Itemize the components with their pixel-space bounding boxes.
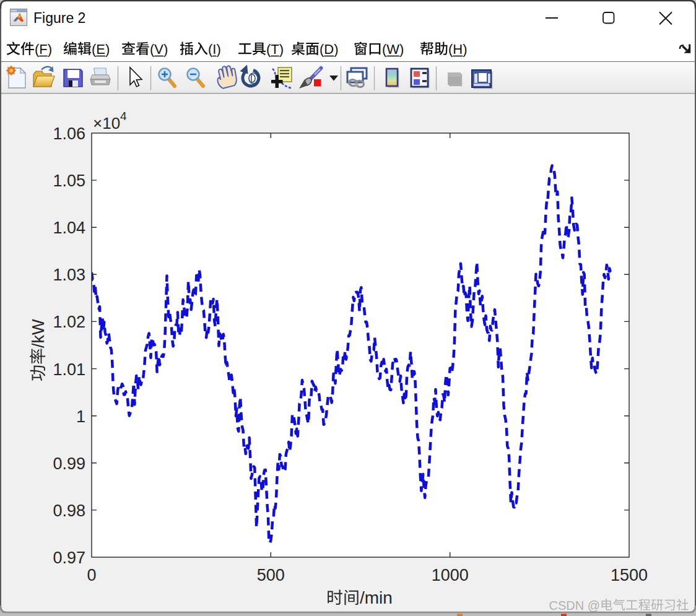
svg-text:4: 4: [120, 110, 127, 123]
svg-text:1.04: 1.04: [53, 219, 85, 237]
svg-text:1.02: 1.02: [53, 313, 85, 331]
svg-text:1.01: 1.01: [53, 360, 85, 379]
svg-text:/kW: /kW: [29, 319, 48, 348]
svg-text:(T): (T): [266, 41, 284, 57]
svg-text:1.03: 1.03: [53, 266, 85, 284]
svg-text:(F): (F): [35, 41, 52, 57]
svg-text:(V): (V): [150, 41, 168, 57]
svg-text:/min: /min: [360, 588, 393, 607]
svg-text:CSDN @: CSDN @: [549, 599, 600, 612]
svg-text:0.98: 0.98: [53, 501, 85, 520]
svg-text:500: 500: [257, 566, 285, 584]
svg-text:(E): (E): [92, 41, 110, 57]
svg-text:(H): (H): [448, 41, 468, 57]
svg-text:×10: ×10: [93, 114, 120, 132]
svg-text:0.97: 0.97: [53, 549, 85, 567]
svg-text:0.99: 0.99: [53, 454, 85, 473]
svg-text:1.06: 1.06: [53, 124, 85, 143]
svg-text:(I): (I): [208, 41, 221, 57]
svg-text:1.05: 1.05: [53, 171, 85, 190]
svg-text:(W): (W): [382, 41, 404, 57]
svg-text:0: 0: [87, 566, 96, 584]
svg-text:1500: 1500: [611, 566, 648, 584]
svg-text:1: 1: [76, 407, 85, 426]
svg-text:Figure 2: Figure 2: [33, 10, 85, 26]
svg-text:(D): (D): [320, 41, 339, 57]
svg-text:1000: 1000: [432, 566, 469, 584]
